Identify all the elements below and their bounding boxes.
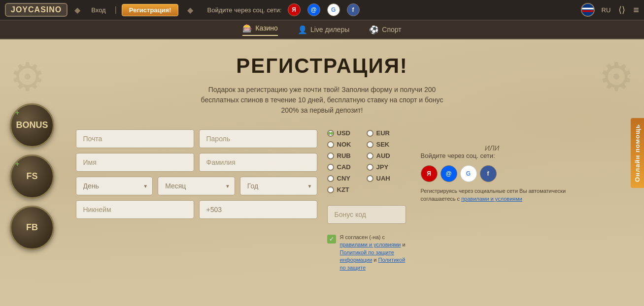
social-icons-row: Я @ G f: [421, 165, 569, 182]
sek-label: SEK: [376, 141, 390, 148]
language-label: RU: [602, 6, 611, 14]
page-subtitle: Подарок за регистрацию уже почти твой! З…: [194, 85, 450, 116]
nok-label: NOK: [337, 141, 351, 148]
currency-kzt[interactable]: KZT: [327, 186, 357, 193]
nickname-phone-row: [76, 200, 317, 219]
radio-rub[interactable]: [327, 153, 334, 159]
cny-label: CNY: [337, 175, 350, 182]
firstname-input[interactable]: [76, 153, 194, 172]
currency-cny[interactable]: CNY: [327, 175, 357, 182]
currency-eur[interactable]: EUR: [367, 129, 396, 137]
logo[interactable]: JOYCASINO: [5, 3, 68, 17]
casino-icon: 🎰: [242, 24, 252, 33]
currency-aud[interactable]: AUD: [367, 152, 396, 159]
fs-circle-label: FS: [26, 172, 37, 182]
social-section-title: Войдите через соц. сети:: [421, 152, 569, 160]
currency-row-1: USD EUR: [327, 129, 406, 137]
facebook-social-icon[interactable]: f: [347, 3, 360, 16]
bonus-circle-label: BONUS: [16, 121, 48, 130]
mail-register-icon[interactable]: @: [441, 165, 457, 182]
currency-jpy[interactable]: JPY: [367, 163, 396, 171]
terms-checkbox-area: ✓ Я согласен (-на) с правилами и условия…: [327, 234, 406, 272]
terms-text: Я согласен (-на) с правилами и условиями…: [340, 234, 406, 272]
currency-row-4: CAD JPY: [327, 163, 406, 171]
currency-nok[interactable]: NOK: [327, 141, 357, 148]
year-select[interactable]: Год: [240, 177, 317, 195]
month-select-wrapper: Месяц: [158, 177, 235, 195]
radio-uah[interactable]: [367, 175, 373, 182]
bonus-circle-bonus[interactable]: + BONUS: [10, 103, 54, 148]
year-select-wrapper: Год: [240, 177, 317, 195]
live-icon: 👤: [298, 25, 307, 34]
radio-kzt[interactable]: [327, 186, 334, 193]
svg-point-0: [582, 4, 594, 16]
live-dealers-tab[interactable]: 👤 Live дилеры: [298, 25, 349, 34]
login-button[interactable]: Вход: [87, 5, 109, 15]
birthday-row: День Месяц Год: [76, 177, 317, 195]
bonus-circle-fb[interactable]: FB: [10, 206, 54, 250]
radio-jpy[interactable]: [367, 164, 373, 171]
radio-nok[interactable]: [327, 141, 334, 148]
casino-label: Казино: [255, 24, 278, 32]
hamburger-menu[interactable]: ≡: [633, 4, 639, 16]
phone-input[interactable]: [199, 200, 317, 219]
social-register-section: Войдите через соц. сети: Я @ G f Регистр…: [416, 152, 569, 203]
svg-rect-2: [582, 10, 594, 12]
yandex-social-icon[interactable]: Я: [288, 3, 301, 16]
sports-tab[interactable]: ⚽ Спорт: [369, 25, 401, 34]
month-select[interactable]: Месяц: [158, 177, 235, 195]
email-password-row: [76, 129, 317, 148]
social-terms: Регистрируясь через социальные сети Вы а…: [421, 187, 569, 203]
radio-aud[interactable]: [367, 153, 373, 159]
google-register-icon[interactable]: G: [460, 165, 477, 182]
aud-label: AUD: [376, 152, 390, 159]
radio-eur[interactable]: [367, 130, 373, 137]
google-social-icon[interactable]: G: [327, 3, 340, 16]
currency-rub[interactable]: RUB: [327, 152, 357, 159]
eur-label: EUR: [376, 129, 390, 137]
mail-social-icon[interactable]: @: [307, 3, 320, 16]
bonus-circles: + BONUS + FS FB: [10, 103, 54, 250]
uah-label: UAH: [376, 175, 390, 182]
day-select-wrapper: День: [76, 177, 153, 195]
top-navigation: JOYCASINO ◆ Вход | Регистрация! ◆ Войдит…: [0, 0, 644, 21]
plus-icon: +: [15, 109, 19, 117]
bonus-circle-fs[interactable]: + FS: [10, 154, 54, 199]
currency-row-3: RUB AUD: [327, 152, 406, 159]
gear-decoration-left: ⚙: [10, 54, 45, 100]
radio-sek[interactable]: [367, 141, 373, 148]
social-or-section: ИЛИ Войдите через соц. сети: Я @ G f Рег…: [416, 129, 569, 203]
plus-icon-fs: +: [15, 160, 19, 168]
usd-label: USD: [337, 129, 350, 137]
currency-row-2: NOK SEK: [327, 141, 406, 148]
facebook-register-icon[interactable]: f: [480, 165, 497, 182]
register-button[interactable]: Регистрация!: [122, 4, 179, 16]
yandex-register-icon[interactable]: Я: [421, 165, 438, 182]
terms-link[interactable]: правилами и условиями: [340, 242, 401, 247]
radio-cny[interactable]: [327, 175, 334, 182]
day-select[interactable]: День: [76, 177, 153, 195]
currency-cad[interactable]: CAD: [327, 163, 357, 171]
currency-uah[interactable]: UAH: [367, 175, 396, 182]
live-label: Live дилеры: [310, 26, 349, 33]
currency-row-5: CNY UAH: [327, 175, 406, 182]
email-input[interactable]: [76, 129, 194, 148]
sports-icon: ⚽: [369, 25, 379, 34]
currency-sek[interactable]: SEK: [367, 141, 396, 148]
name-row: [76, 153, 317, 172]
currency-usd[interactable]: USD: [327, 129, 357, 137]
social-terms-link[interactable]: правилами и условиями: [461, 196, 522, 202]
radio-cad[interactable]: [327, 164, 334, 171]
nav-arrows[interactable]: ⟨⟩: [618, 4, 625, 15]
online-help-button[interactable]: Онлайн помощь: [631, 118, 644, 188]
language-flag[interactable]: [581, 3, 595, 17]
lastname-input[interactable]: [199, 153, 317, 172]
password-input[interactable]: [199, 129, 317, 148]
bonus-code-input[interactable]: [327, 205, 406, 224]
fb-circle-label: FB: [26, 223, 38, 233]
casino-tab[interactable]: 🎰 Казино: [242, 24, 278, 36]
nickname-input[interactable]: [76, 200, 194, 219]
terms-checkbox[interactable]: ✓: [327, 235, 336, 244]
form-inputs: День Месяц Год: [76, 129, 317, 219]
radio-usd[interactable]: [327, 130, 334, 137]
